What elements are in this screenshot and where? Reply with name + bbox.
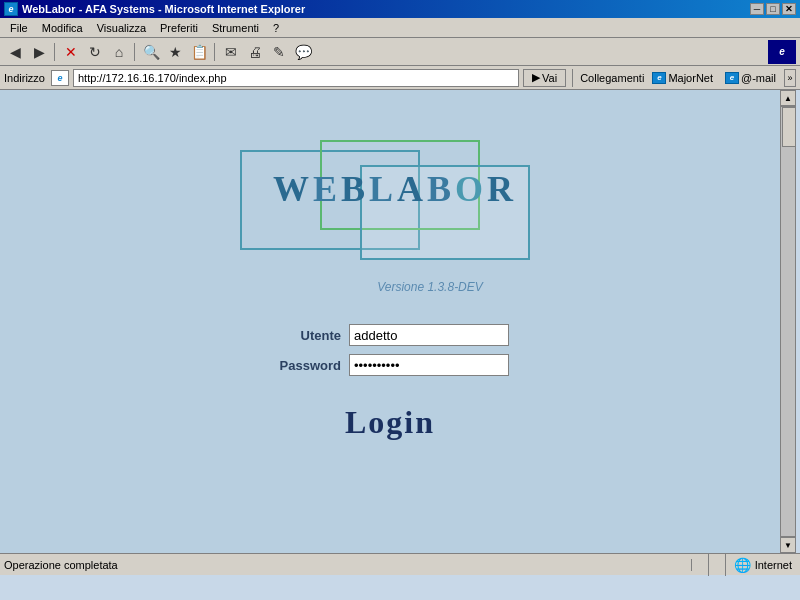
menu-bar: File Modifica Visualizza Preferiti Strum…	[0, 18, 800, 38]
status-panels: 🌐 Internet	[692, 554, 800, 576]
main-content: WebLabor Versione 1.3.8-DEV Utente Passw…	[0, 90, 780, 553]
search-button[interactable]: 🔍	[140, 41, 162, 63]
mail-link-icon: e	[725, 72, 739, 84]
status-panel-2	[709, 554, 726, 576]
scroll-down-button[interactable]: ▼	[780, 537, 796, 553]
version-text: Versione 1.3.8-DEV	[377, 280, 483, 294]
address-separator	[572, 69, 574, 87]
back-button[interactable]: ◀	[4, 41, 26, 63]
close-button[interactable]: ✕	[782, 3, 796, 15]
title-bar: e WebLabor - AFA Systems - Microsoft Int…	[0, 0, 800, 18]
login-button[interactable]: Login	[345, 404, 435, 441]
address-label: Indirizzo	[4, 72, 45, 84]
majornet-link[interactable]: e MajorNet	[648, 71, 717, 85]
toolbar-separator-3	[214, 43, 216, 61]
favorites-button[interactable]: ★	[164, 41, 186, 63]
history-button[interactable]: 📋	[188, 41, 210, 63]
browser-content-area: WebLabor Versione 1.3.8-DEV Utente Passw…	[0, 90, 800, 553]
menu-file[interactable]: File	[4, 20, 34, 36]
ie-logo: e	[768, 40, 796, 64]
logo-text: WebLabor	[230, 168, 560, 210]
password-label: Password	[271, 358, 341, 373]
scroll-track[interactable]	[780, 106, 796, 537]
status-bar: Operazione completata 🌐 Internet	[0, 553, 800, 575]
mail-link[interactable]: e @-mail	[721, 71, 780, 85]
toolbar-separator-1	[54, 43, 56, 61]
majornet-label: MajorNet	[668, 72, 713, 84]
edit-button[interactable]: ✎	[268, 41, 290, 63]
window-title: WebLabor - AFA Systems - Microsoft Inter…	[22, 3, 305, 15]
mail-button[interactable]: ✉	[220, 41, 242, 63]
window-controls: ─ □ ✕	[750, 3, 796, 15]
login-form: Utente Password Login	[271, 324, 509, 441]
address-bar: Indirizzo e ▶ Vai Collegamenti e MajorNe…	[0, 66, 800, 90]
address-icon: e	[51, 70, 69, 86]
status-text: Operazione completata	[0, 559, 692, 571]
mail-link-label: @-mail	[741, 72, 776, 84]
discuss-button[interactable]: 💬	[292, 41, 314, 63]
status-internet: 🌐 Internet	[726, 557, 800, 573]
utente-input[interactable]	[349, 324, 509, 346]
utente-row: Utente	[271, 324, 509, 346]
status-panel-1	[692, 554, 709, 576]
toolbar-separator-2	[134, 43, 136, 61]
expand-button[interactable]: »	[784, 69, 796, 87]
home-button[interactable]: ⌂	[108, 41, 130, 63]
menu-visualizza[interactable]: Visualizza	[91, 20, 152, 36]
ie-icon: e	[4, 2, 18, 16]
links-bar: Collegamenti e MajorNet e @-mail	[580, 71, 780, 85]
toolbar: ◀ ▶ ✕ ↻ ⌂ 🔍 ★ 📋 ✉ 🖨 ✎ 💬 e	[0, 38, 800, 66]
refresh-button[interactable]: ↻	[84, 41, 106, 63]
go-arrow-icon: ▶	[532, 71, 540, 84]
scrollbar[interactable]: ▲ ▼	[780, 90, 796, 553]
scroll-up-button[interactable]: ▲	[780, 90, 796, 106]
go-label: Vai	[542, 72, 557, 84]
internet-icon: 🌐	[734, 557, 751, 573]
forward-button[interactable]: ▶	[28, 41, 50, 63]
stop-button[interactable]: ✕	[60, 41, 82, 63]
menu-strumenti[interactable]: Strumenti	[206, 20, 265, 36]
print-button[interactable]: 🖨	[244, 41, 266, 63]
majornet-icon: e	[652, 72, 666, 84]
maximize-button[interactable]: □	[766, 3, 780, 15]
logo-container: WebLabor	[220, 130, 560, 270]
address-input[interactable]	[73, 69, 519, 87]
password-input[interactable]	[349, 354, 509, 376]
menu-preferiti[interactable]: Preferiti	[154, 20, 204, 36]
password-row: Password	[271, 354, 509, 376]
go-button[interactable]: ▶ Vai	[523, 69, 566, 87]
scroll-thumb[interactable]	[782, 107, 796, 147]
menu-help[interactable]: ?	[267, 20, 285, 36]
links-label: Collegamenti	[580, 72, 644, 84]
menu-modifica[interactable]: Modifica	[36, 20, 89, 36]
utente-label: Utente	[271, 328, 341, 343]
minimize-button[interactable]: ─	[750, 3, 764, 15]
internet-label: Internet	[755, 559, 792, 571]
